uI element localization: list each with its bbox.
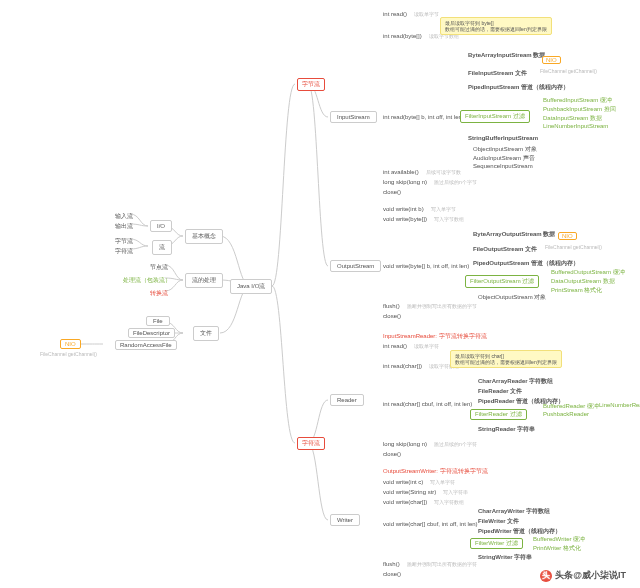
os-fo: FileOutputStream 文件 bbox=[470, 244, 540, 255]
stream-char: 字符流 bbox=[112, 246, 136, 257]
wr-m5: flush() bbox=[380, 560, 403, 568]
nio-fo[interactable]: NIO bbox=[558, 232, 577, 240]
nio-left-sub: FileChannel getChannel() bbox=[40, 351, 97, 357]
rd-m1: int read() bbox=[380, 342, 410, 350]
is-m1: int read() bbox=[380, 10, 410, 18]
is-fil-line: LineNumberInputStream bbox=[540, 122, 611, 130]
file-fd[interactable]: FileDescriptor bbox=[128, 328, 175, 338]
handle-conv: 转换流 bbox=[147, 288, 171, 299]
os-m3: void write(byte[] b, int off, int len) bbox=[380, 262, 472, 270]
file-file[interactable]: File bbox=[146, 316, 170, 326]
reader[interactable]: Reader bbox=[330, 394, 364, 406]
toutiao-icon: 头 bbox=[540, 570, 552, 582]
is-m2: int read(byte[]) bbox=[380, 32, 425, 40]
is-si: SequenceInputStream bbox=[470, 162, 536, 170]
outputstream[interactable]: OutputStream bbox=[330, 260, 381, 272]
group-handle[interactable]: 流的处理 bbox=[185, 273, 223, 288]
rd-fil[interactable]: FilterReader 过滤 bbox=[470, 409, 527, 420]
rd-sr: StringReader 字符串 bbox=[475, 424, 538, 435]
wr-m3: void write(char[]) bbox=[380, 498, 430, 506]
is-sbi: StringBufferInputStream bbox=[465, 134, 541, 142]
watermark: 头头条@威小柒说IT bbox=[540, 569, 626, 582]
wr-hdr: OutputStreamWriter: 字符流转换字节流 bbox=[380, 466, 491, 477]
handle-node: 节点流 bbox=[147, 262, 171, 273]
is-m6: close() bbox=[380, 188, 404, 196]
nio-fo-sub: FileChannel getChannel() bbox=[545, 244, 602, 250]
file-raf[interactable]: RandomAccessFile bbox=[115, 340, 177, 350]
os-fil-ps: PrintStream 格式化 bbox=[548, 285, 605, 296]
nio-left[interactable]: NIO bbox=[60, 339, 81, 349]
rd-m2: int read(char[]) bbox=[380, 362, 425, 370]
io-node[interactable]: I/O bbox=[150, 220, 172, 232]
is-m4: int available() bbox=[380, 168, 422, 176]
os-fil[interactable]: FilterOutputStream 过滤 bbox=[465, 275, 539, 288]
is-m5: long skip(long n) bbox=[380, 178, 430, 186]
rd-hdr: InputStreamReader: 字节流转换字符流 bbox=[380, 331, 490, 342]
wr-m1: void write(int c) bbox=[380, 478, 426, 486]
os-m4: flush() bbox=[380, 302, 403, 310]
wr-sw: StringWriter 字符串 bbox=[475, 552, 535, 563]
rd-m3: int read(char[] cbuf, int off, int len) bbox=[380, 400, 475, 408]
is-fil[interactable]: FilterInputStream 过滤 bbox=[460, 110, 530, 123]
io-out: 输出流 bbox=[112, 221, 136, 232]
char-node[interactable]: 字符流 bbox=[297, 437, 325, 450]
os-m5: close() bbox=[380, 312, 404, 320]
wr-fil[interactable]: FilterWriter 过滤 bbox=[470, 538, 523, 549]
is-note: 最后读取字符到 byte[]数组可能过满的话，需要根据返回len判定界限 bbox=[440, 17, 552, 35]
rd-fil-line: LineNumberReader bbox=[596, 401, 640, 409]
os-m2: void write(byte[]) bbox=[380, 215, 430, 223]
os-oo: ObjectOutputStream 对象 bbox=[475, 292, 549, 303]
rd-fil-push: PushbackReader bbox=[540, 410, 592, 418]
nio-fi-sub: FileChannel getChannel() bbox=[540, 68, 597, 74]
is-ba: ByteArrayInputStream 数据 bbox=[465, 50, 548, 61]
rd-note: 最后读取字符到 char[]数组可能过满的话，需要根据返回len判定界限 bbox=[450, 350, 562, 368]
inputstream[interactable]: InputStream bbox=[330, 111, 377, 123]
os-m1: void write(int b) bbox=[380, 205, 427, 213]
wr-m6: close() bbox=[380, 570, 404, 578]
wr-m2: void write(String str) bbox=[380, 488, 439, 496]
rd-m5: long skip(long n) bbox=[380, 440, 430, 448]
writer[interactable]: Writer bbox=[330, 514, 360, 526]
byte-node[interactable]: 字节流 bbox=[297, 78, 325, 91]
rd-m6: close() bbox=[380, 450, 404, 458]
os-ba: ByteArrayOutputStream 数据 bbox=[470, 229, 558, 240]
wr-m4: void write(char[] cbuf, int off, int len… bbox=[380, 520, 481, 528]
group-basic[interactable]: 基本概念 bbox=[185, 229, 223, 244]
is-m3: int read(byte[] b, int off, int len) bbox=[380, 113, 467, 121]
is-pi: PipedInputStream 管道（线程内存） bbox=[465, 82, 572, 93]
is-fi: FileInputStream 文件 bbox=[465, 68, 530, 79]
stream-node[interactable]: 流 bbox=[152, 240, 172, 255]
group-file[interactable]: 文件 bbox=[193, 326, 219, 341]
nio-fi[interactable]: NIO bbox=[542, 56, 561, 64]
wr-fil-print: PrintWriter 格式化 bbox=[530, 543, 584, 554]
handle-proc: 处理流（包装流） bbox=[120, 275, 174, 286]
root-node[interactable]: Java I/O流 bbox=[230, 279, 272, 294]
